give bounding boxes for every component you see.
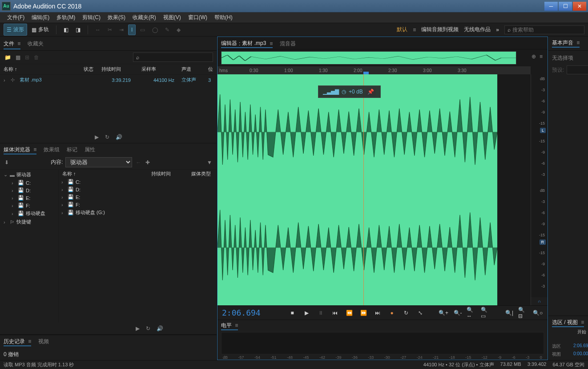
selection-start[interactable]: 2:06.694: [573, 343, 588, 349]
snap-icon[interactable]: ∩: [538, 299, 540, 304]
playhead-line[interactable]: [363, 74, 364, 305]
browser-loop-icon[interactable]: ↻: [146, 325, 150, 332]
time-selection-tool-icon[interactable]: I: [128, 24, 136, 35]
close-button[interactable]: ✕: [573, 2, 586, 11]
channel-l-label[interactable]: L: [540, 128, 546, 133]
tab-files[interactable]: 文件 ≡: [4, 39, 20, 49]
tree-drive-d[interactable]: ›💾D:: [1, 187, 57, 194]
back-icon[interactable]: ←: [135, 158, 142, 166]
tab-essential-sound[interactable]: 基本声音 ≡: [552, 39, 580, 48]
history-item[interactable]: 0 撤销: [0, 349, 217, 360]
menu-help[interactable]: 帮助(H): [211, 14, 236, 21]
menu-file[interactable]: 文件(F): [4, 14, 28, 21]
open-file-icon[interactable]: 📁: [4, 53, 12, 61]
workspace-edit-to-video[interactable]: 编辑音频到视频: [421, 26, 459, 33]
list-drive-g[interactable]: ›💾移动硬盘 (G:): [59, 208, 217, 217]
import-icon[interactable]: ⊞: [24, 53, 30, 61]
delete-icon[interactable]: 🗑: [33, 53, 40, 61]
record-button[interactable]: ●: [387, 308, 397, 318]
tree-drive-removable[interactable]: ›💾移动硬盘: [1, 209, 57, 218]
timecode-display[interactable]: 2:06.694: [222, 308, 280, 317]
channel-r-label[interactable]: R: [540, 239, 546, 245]
tab-markers[interactable]: 标记: [67, 146, 77, 154]
tree-shortcuts[interactable]: ›🏳快捷键: [1, 218, 57, 226]
new-file-icon[interactable]: ▦: [15, 53, 21, 61]
rewind-button[interactable]: ⏪: [344, 308, 354, 318]
file-search-input[interactable]: [139, 54, 210, 61]
workspace-default[interactable]: 默认: [397, 26, 407, 33]
channel-view-icon[interactable]: ≡: [540, 53, 543, 60]
play-button[interactable]: ▶: [301, 308, 312, 318]
zoom-out-button[interactable]: 🔍-: [452, 308, 463, 318]
panel-menu-icon[interactable]: ≡: [17, 41, 20, 47]
tree-drive-f[interactable]: ›💾F:: [1, 202, 57, 209]
tab-mixer[interactable]: 混音器: [280, 40, 296, 48]
maximize-button[interactable]: ☐: [559, 2, 572, 11]
zoom-out-full-button[interactable]: 🔍○: [532, 308, 543, 318]
tab-favorites[interactable]: 收藏夹: [28, 39, 44, 49]
list-drive-c[interactable]: ›💾C:: [59, 178, 217, 186]
multitrack-mode-button[interactable]: ▦ 多轨: [29, 24, 52, 35]
tab-media-browser[interactable]: 媒体浏览器 ≡: [4, 146, 36, 154]
zoom-smart-icon[interactable]: ⊕: [532, 53, 536, 60]
more-workspaces-icon[interactable]: »: [496, 27, 499, 33]
slip-tool-icon[interactable]: ⇥: [117, 25, 126, 35]
help-search-input[interactable]: [512, 27, 581, 33]
tab-editor[interactable]: 编辑器 : 素材 .mp3 ≡: [221, 40, 273, 48]
zoom-out-point-button[interactable]: 🔍⊟: [518, 308, 529, 318]
zoom-full-button[interactable]: 🔍↔: [467, 308, 477, 318]
razor-tool-icon[interactable]: ✂: [105, 25, 115, 35]
volume-icon[interactable]: 🔊: [116, 134, 122, 140]
tab-properties[interactable]: 属性: [85, 146, 95, 154]
stop-button[interactable]: ■: [287, 308, 298, 318]
forward-button[interactable]: ⏩: [358, 308, 369, 318]
waveform-mode-button[interactable]: ☰ 波形: [4, 24, 27, 36]
zoom-in-button[interactable]: 🔍+: [438, 308, 449, 318]
tree-drive-e[interactable]: ›💾E:: [1, 194, 57, 202]
file-row[interactable]: › ⊹ 素材 .mp3 3:39.219 44100 Hz 立体声 3: [0, 75, 217, 85]
waveform-display[interactable]: ▁▃▅▇ ◷ +0 dB 📌 dB -3 -6 -9 -15 -∞ -15 -9…: [217, 74, 548, 305]
timeline-ruler[interactable]: hms 0:30 1:00 1:30 2:00 2:30 3:00 3:30: [217, 66, 531, 74]
menu-window[interactable]: 窗口(W): [185, 14, 211, 21]
level-meter[interactable]: [221, 332, 544, 354]
marquee-tool-icon[interactable]: ▭: [137, 25, 148, 35]
hud-pin-icon[interactable]: 📌: [366, 88, 376, 96]
workspace-radio[interactable]: 无线电作品: [464, 26, 491, 33]
file-search[interactable]: ⌕: [133, 53, 213, 62]
filter-icon[interactable]: ▼: [206, 158, 213, 166]
minimize-button[interactable]: ─: [544, 2, 558, 11]
tree-root[interactable]: ⌄▬驱动器: [1, 170, 57, 179]
menu-effects[interactable]: 效果(S): [104, 14, 129, 21]
menu-favorites[interactable]: 收藏夹(R): [129, 14, 160, 21]
view-start[interactable]: 0:00.000: [573, 351, 588, 357]
move-tool-icon[interactable]: ↔: [93, 25, 103, 35]
menu-clip[interactable]: 剪辑(C): [79, 14, 104, 21]
skip-prev-button[interactable]: ⏮: [330, 308, 340, 318]
list-drive-d[interactable]: ›💾D:: [59, 186, 217, 193]
tab-video[interactable]: 视频: [38, 338, 49, 346]
spot-heal-tool-icon[interactable]: ◆: [174, 25, 183, 35]
skip-selection-button[interactable]: ⤡: [415, 308, 426, 318]
brush-tool-icon[interactable]: ✎: [162, 25, 172, 35]
play-icon[interactable]: ▶: [95, 134, 99, 140]
lasso-tool-icon[interactable]: ◯: [149, 25, 161, 35]
menu-multitrack[interactable]: 多轨(M): [53, 14, 79, 21]
tree-drive-c[interactable]: ›💾C:: [1, 179, 57, 187]
skip-next-button[interactable]: ⏭: [372, 308, 383, 318]
spectral-freq-icon[interactable]: ◧: [61, 25, 71, 35]
download-icon[interactable]: ⬇: [4, 158, 10, 166]
browser-play-icon[interactable]: ▶: [136, 325, 140, 332]
list-drive-e[interactable]: ›💾E:: [59, 193, 217, 201]
help-search[interactable]: ⌕: [504, 25, 584, 34]
zoom-selection-button[interactable]: 🔍▭: [481, 308, 491, 318]
add-icon[interactable]: ✚: [145, 158, 151, 166]
list-drive-f[interactable]: ›💾F:: [59, 201, 217, 208]
menu-edit[interactable]: 编辑(E): [28, 14, 53, 21]
content-select[interactable]: 驱动器: [65, 157, 132, 167]
overview-waveform[interactable]: ⊕ ≡: [221, 51, 516, 65]
expand-icon[interactable]: ›: [4, 77, 11, 83]
spectral-pitch-icon[interactable]: ◨: [73, 25, 83, 35]
tab-effects-rack[interactable]: 效果组: [44, 146, 60, 154]
menu-view[interactable]: 视图(V): [160, 14, 185, 21]
loop-icon[interactable]: ↻: [105, 134, 109, 140]
